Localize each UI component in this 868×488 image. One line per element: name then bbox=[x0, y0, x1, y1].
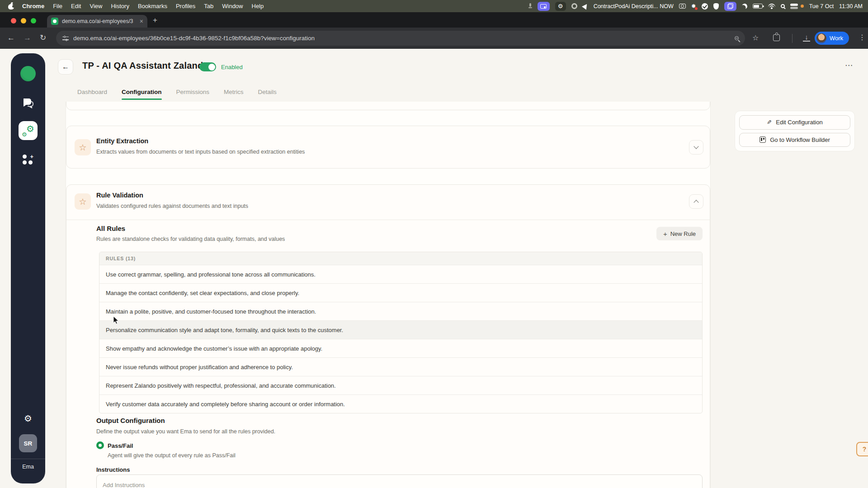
browser-profile-chip[interactable]: Work bbox=[815, 32, 849, 45]
apple-icon[interactable] bbox=[8, 3, 14, 9]
battery-icon[interactable] bbox=[753, 4, 763, 9]
table-row[interactable]: Verify customer data accurately and comp… bbox=[99, 394, 702, 413]
table-row[interactable]: Personalize communication style and adap… bbox=[99, 320, 702, 339]
tab-permissions[interactable]: Permissions bbox=[176, 89, 210, 100]
instructions-label: Instructions bbox=[96, 466, 130, 473]
rules-list: Use correct grammar, spelling, and profe… bbox=[99, 265, 702, 413]
profile-label: Work bbox=[830, 35, 843, 42]
all-rules-subtitle: Rules are standalone checks for validati… bbox=[96, 236, 285, 242]
menubar-status-area: ⚙ ContractPodAi Descripti... NOW ✸ Tue 7… bbox=[528, 0, 868, 12]
spotlight-search-icon[interactable] bbox=[781, 4, 785, 8]
window-zoom-button[interactable] bbox=[31, 18, 36, 23]
tab-title: demo.ema.co/ai-employees/3 bbox=[62, 18, 136, 24]
rules-table-header: RULES (13) bbox=[99, 252, 702, 265]
tab-close-icon[interactable]: × bbox=[140, 18, 143, 24]
sidebar-item-ai-employees[interactable]: ⚙⚙ bbox=[19, 121, 38, 140]
chat-icon[interactable] bbox=[22, 98, 34, 108]
expand-card-button[interactable] bbox=[689, 140, 703, 155]
window-close-button[interactable] bbox=[11, 18, 16, 23]
menu-history[interactable]: History bbox=[111, 3, 129, 9]
site-info-icon[interactable] bbox=[62, 36, 69, 41]
entity-extraction-card[interactable]: ☆ Entity Extraction Extracts values from… bbox=[66, 126, 710, 169]
response-generation-card[interactable]: ☆ Generates a response to a query using … bbox=[66, 102, 710, 110]
capture-icon[interactable] bbox=[679, 4, 686, 9]
address-bar[interactable]: demo.ema.co/ai-employees/36b0ce15-dc9f-4… bbox=[56, 31, 745, 46]
menubar-date[interactable]: Tue 7 Oct bbox=[809, 3, 834, 9]
menu-tab[interactable]: Tab bbox=[204, 3, 213, 9]
user-avatar[interactable]: SR bbox=[19, 434, 37, 452]
menubar-time[interactable]: 11:30 AM bbox=[839, 3, 863, 9]
recording-app-label[interactable]: ContractPodAi Descripti... NOW bbox=[594, 3, 674, 9]
moon-icon[interactable] bbox=[741, 3, 748, 9]
browser-tab[interactable]: demo.ema.co/ai-employees/3 × bbox=[47, 15, 147, 28]
bee-icon[interactable]: ✸ bbox=[691, 3, 696, 9]
downloads-icon[interactable]: ↓ bbox=[803, 33, 810, 42]
location-arrow-icon bbox=[582, 3, 589, 10]
collapse-card-button[interactable] bbox=[689, 194, 703, 209]
back-icon[interactable]: ← bbox=[7, 33, 15, 42]
table-row[interactable]: Use correct grammar, spelling, and profe… bbox=[99, 265, 702, 283]
check-circle-icon[interactable] bbox=[702, 3, 708, 9]
settings-gear-icon[interactable]: ⚙ bbox=[11, 413, 45, 424]
mouse-cursor bbox=[113, 316, 120, 324]
chevron-up-icon bbox=[693, 200, 698, 205]
control-center-icon[interactable] bbox=[790, 4, 798, 9]
more-options-icon[interactable]: ⋯ bbox=[845, 61, 853, 70]
app-sidebar: ⚙⚙ + ⚙ SR Ema bbox=[11, 53, 45, 483]
sidebar-divider bbox=[11, 459, 45, 459]
menu-help[interactable]: Help bbox=[252, 3, 264, 9]
pass-fail-description: Agent will give the output of every rule… bbox=[108, 452, 236, 459]
tab-metrics[interactable]: Metrics bbox=[224, 89, 244, 100]
table-row[interactable]: Represent Zalando positively with respec… bbox=[99, 376, 702, 394]
workflow-builder-button[interactable]: Go to Workflow Builder bbox=[739, 133, 850, 147]
menu-bookmarks[interactable]: Bookmarks bbox=[138, 3, 167, 9]
bookmark-star-icon[interactable]: ☆ bbox=[752, 33, 759, 42]
menu-window[interactable]: Window bbox=[222, 3, 243, 9]
workflow-icon bbox=[760, 136, 766, 143]
menu-view[interactable]: View bbox=[90, 3, 102, 9]
new-rule-button[interactable]: + New Rule bbox=[656, 227, 703, 240]
table-row[interactable]: Maintain a polite, positive, and custome… bbox=[99, 302, 702, 320]
shield-icon[interactable] bbox=[713, 3, 719, 9]
screen-share-icon[interactable] bbox=[538, 2, 550, 11]
back-button[interactable]: ← bbox=[58, 59, 73, 75]
sidebar-item-integrations[interactable]: + bbox=[23, 154, 33, 164]
menu-file[interactable]: File bbox=[53, 3, 62, 9]
tab-details[interactable]: Details bbox=[258, 89, 277, 100]
configuration-panel: ☆ Generates a response to a query using … bbox=[66, 102, 711, 488]
ema-logo[interactable] bbox=[20, 66, 36, 81]
browser-menu-kebab-icon[interactable]: ⋮ bbox=[859, 33, 866, 42]
tab-dashboard[interactable]: Dashboard bbox=[77, 89, 107, 100]
new-tab-button[interactable]: + bbox=[153, 16, 157, 25]
microphone-icon[interactable] bbox=[528, 3, 532, 9]
reload-icon[interactable]: ↻ bbox=[40, 33, 46, 42]
rules-table: RULES (13) Use correct grammar, spelling… bbox=[99, 252, 703, 413]
enabled-toggle[interactable] bbox=[199, 62, 216, 71]
tab-favicon bbox=[51, 18, 58, 25]
copy-clipboard-icon[interactable] bbox=[724, 2, 736, 11]
tab-configuration[interactable]: Configuration bbox=[122, 89, 161, 100]
edit-configuration-button[interactable]: ✎ Edit Configuration bbox=[739, 115, 850, 130]
gear-menubar-icon[interactable]: ⚙ bbox=[555, 2, 566, 11]
zoom-indicator-icon[interactable] bbox=[735, 36, 739, 40]
instructions-input[interactable] bbox=[96, 474, 703, 488]
utility-icon[interactable] bbox=[571, 3, 577, 9]
wifi-icon[interactable] bbox=[768, 4, 775, 9]
help-button[interactable]: ? bbox=[856, 442, 868, 456]
table-row[interactable]: Manage the contact confidently, set clea… bbox=[99, 283, 702, 302]
pass-fail-radio[interactable] bbox=[96, 441, 104, 449]
profile-avatar bbox=[816, 33, 826, 43]
new-rule-label: New Rule bbox=[670, 230, 696, 237]
menu-edit[interactable]: Edit bbox=[71, 3, 81, 9]
screen: ChromeFileEditViewHistoryBookmarksProfil… bbox=[0, 0, 868, 488]
forward-icon[interactable]: → bbox=[24, 33, 31, 42]
menu-chrome[interactable]: Chrome bbox=[22, 3, 44, 9]
table-row[interactable]: Never issue refunds without proper justi… bbox=[99, 357, 702, 376]
card-divider bbox=[66, 220, 710, 220]
extensions-puzzle-icon[interactable] bbox=[773, 34, 780, 41]
menu-profiles[interactable]: Profiles bbox=[176, 3, 195, 9]
url-text[interactable]: demo.ema.co/ai-employees/36b0ce15-dc9f-4… bbox=[73, 35, 730, 42]
table-row[interactable]: Show empathy and acknowledge the custome… bbox=[99, 339, 702, 357]
rule-validation-card: ☆ Rule Validation Validates configured r… bbox=[66, 184, 710, 488]
window-minimize-button[interactable] bbox=[21, 18, 26, 23]
